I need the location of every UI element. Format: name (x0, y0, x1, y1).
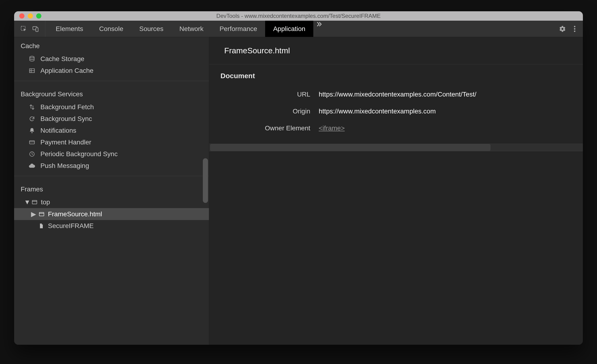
svg-rect-2 (36, 28, 38, 31)
sidebar-divider (14, 176, 209, 176)
sidebar-item-label: Application Cache (40, 67, 94, 75)
sidebar-item-label: Payment Handler (40, 138, 91, 146)
tab-performance[interactable]: Performance (212, 21, 265, 37)
zoom-window-button[interactable] (36, 13, 41, 19)
grid-icon (28, 67, 36, 74)
devtools-window: DevTools - www.mixedcontentexamples.com/… (14, 11, 583, 345)
sidebar-item-label: Push Messaging (40, 162, 89, 170)
field-owner-element: Owner Element <iframe> (209, 120, 583, 137)
toolbar-right-icons (554, 21, 583, 37)
sidebar-item-background-sync[interactable]: Background Sync (14, 113, 209, 125)
sidebar-item-background-fetch[interactable]: Background Fetch (14, 101, 209, 113)
window-icon (39, 211, 46, 217)
tab-console[interactable]: Console (91, 21, 131, 37)
minimize-window-button[interactable] (28, 13, 33, 19)
section-document-title: Document (209, 64, 583, 86)
chevron-right-icon[interactable]: ▶ (31, 210, 36, 218)
field-value: https://www.mixedcontentexamples.com/Con… (319, 91, 583, 98)
main-horizontal-scrollbar-thumb[interactable] (210, 144, 491, 151)
chevron-down-icon[interactable]: ▼ (24, 198, 29, 206)
sidebar-item-cache-storage[interactable]: Cache Storage (14, 53, 209, 65)
sidebar-divider (14, 81, 209, 81)
tree-label: SecureIFRAME (48, 222, 94, 230)
tab-application[interactable]: Application (265, 21, 313, 37)
transfer-icon (28, 104, 36, 110)
bell-icon (28, 128, 36, 134)
panel-tabs: Elements Console Sources Network Perform… (45, 21, 554, 37)
tab-label: Console (99, 25, 123, 33)
sidebar-group-cache: Cache (14, 37, 209, 53)
tab-label: Performance (220, 25, 257, 33)
window-icon (31, 199, 39, 205)
svg-point-3 (574, 26, 575, 27)
tab-elements[interactable]: Elements (48, 21, 91, 37)
close-window-button[interactable] (19, 13, 24, 19)
spacer (31, 222, 36, 230)
svg-rect-13 (32, 200, 37, 204)
database-icon (28, 56, 36, 62)
field-label: URL (209, 91, 310, 98)
frame-details-title: FrameSource.html (209, 37, 583, 64)
settings-icon[interactable] (559, 25, 566, 32)
owner-element-link[interactable]: <iframe> (319, 124, 583, 132)
svg-point-4 (574, 28, 575, 30)
cloud-icon (28, 162, 36, 169)
sidebar-item-label: Background Sync (40, 115, 92, 123)
more-tabs-button[interactable] (313, 21, 325, 37)
field-label: Origin (209, 107, 310, 115)
tab-label: Elements (56, 25, 83, 33)
devtools-toolbar: Elements Console Sources Network Perform… (14, 21, 583, 37)
frames-tree-top[interactable]: ▼ top (14, 196, 209, 208)
clock-icon (28, 151, 36, 157)
sidebar-item-label: Periodic Background Sync (40, 150, 118, 158)
sidebar-item-push-messaging[interactable]: Push Messaging (14, 160, 209, 172)
tab-label: Network (179, 25, 204, 33)
sidebar-item-application-cache[interactable]: Application Cache (14, 65, 209, 76)
tree-label: FrameSource.html (48, 210, 102, 218)
svg-rect-15 (39, 212, 44, 216)
tab-label: Application (273, 25, 305, 33)
frames-tree-secureiframe[interactable]: SecureIFRAME (14, 220, 209, 232)
tab-network[interactable]: Network (171, 21, 212, 37)
main-horizontal-scrollbar-track[interactable] (209, 144, 583, 151)
tree-label: top (41, 198, 50, 206)
field-value: https://www.mixedcontentexamples.com (319, 107, 583, 115)
frames-tree-framesource[interactable]: ▶ FrameSource.html (14, 208, 209, 220)
window-controls (14, 13, 41, 19)
frame-details-panel: FrameSource.html Document URL https://ww… (209, 37, 583, 345)
toolbar-left-icons (14, 21, 45, 37)
device-toolbar-icon[interactable] (32, 25, 39, 32)
sidebar-item-label: Background Fetch (40, 103, 94, 111)
svg-point-5 (574, 30, 575, 32)
svg-point-6 (30, 56, 34, 58)
sidebar-item-label: Notifications (40, 127, 76, 134)
file-icon (39, 223, 46, 229)
svg-rect-10 (30, 141, 35, 144)
window-title: DevTools - www.mixedcontentexamples.com/… (14, 13, 583, 19)
inspect-element-icon[interactable] (20, 25, 27, 32)
sidebar-group-frames: Frames (14, 180, 209, 196)
sidebar-scrollbar[interactable] (203, 158, 208, 203)
title-bar: DevTools - www.mixedcontentexamples.com/… (14, 11, 583, 21)
sync-icon (28, 116, 36, 122)
field-label: Owner Element (209, 124, 310, 132)
kebab-menu-icon[interactable] (573, 25, 576, 32)
sidebar-item-periodic-background-sync[interactable]: Periodic Background Sync (14, 148, 209, 160)
tab-label: Sources (139, 25, 163, 33)
sidebar-item-notifications[interactable]: Notifications (14, 125, 209, 136)
field-url: URL https://www.mixedcontentexamples.com… (209, 86, 583, 103)
sidebar-item-label: Cache Storage (40, 55, 84, 63)
card-icon (28, 139, 36, 146)
sidebar-group-background-services: Background Services (14, 85, 209, 101)
tab-sources[interactable]: Sources (131, 21, 171, 37)
sidebar-item-payment-handler[interactable]: Payment Handler (14, 136, 209, 148)
application-sidebar: Cache Cache Storage (14, 37, 209, 345)
panel-body: Cache Cache Storage (14, 37, 583, 345)
field-origin: Origin https://www.mixedcontentexamples.… (209, 103, 583, 120)
